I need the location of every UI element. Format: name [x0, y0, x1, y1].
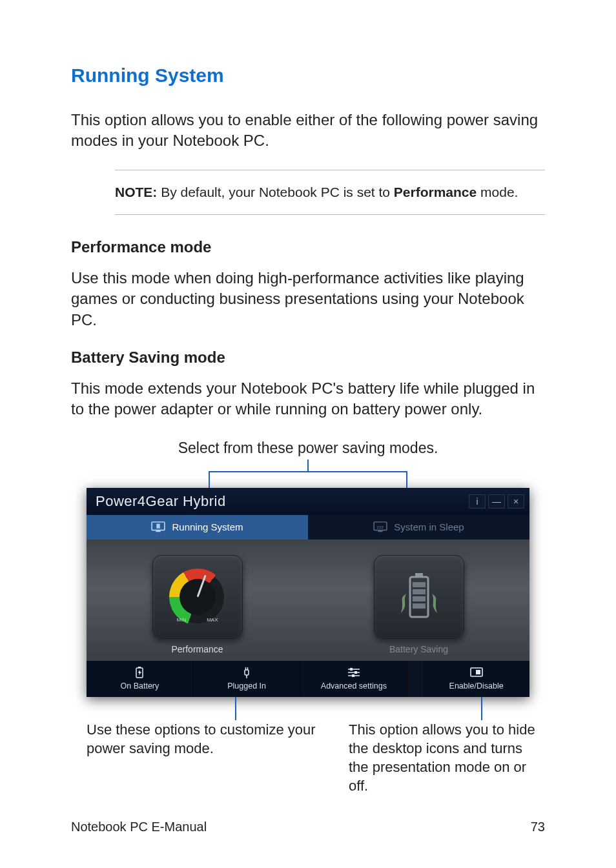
annot-left: Use these options to customize your powe…	[87, 720, 325, 795]
info-button[interactable]: i	[469, 494, 486, 509]
mode-battery-label: Battery Saving	[389, 644, 448, 654]
svg-rect-1	[157, 523, 160, 528]
svg-rect-14	[245, 670, 249, 675]
batt-heading: Battery Saving mode	[71, 348, 545, 367]
on-battery-button[interactable]: On Battery	[87, 661, 194, 697]
close-icon: ×	[513, 496, 518, 507]
close-button[interactable]: ×	[508, 494, 524, 509]
annot-leaders	[87, 697, 529, 720]
monitor-icon	[151, 521, 165, 533]
mode-battery-saving[interactable]: Battery Saving	[308, 540, 529, 661]
svg-rect-13	[138, 667, 141, 668]
battery-icon	[133, 666, 146, 679]
gauge-min: MIN	[177, 617, 187, 623]
mode-performance-label: Performance	[171, 644, 223, 654]
svg-rect-2	[156, 530, 161, 532]
svg-rect-8	[413, 582, 426, 587]
svg-rect-25	[476, 670, 480, 674]
footer-title: Notebook PC E-Manual	[71, 820, 207, 834]
toolbar-gap	[407, 661, 423, 697]
advanced-settings-button[interactable]: Advanced settings	[301, 661, 408, 697]
toolbar: On Battery Plugged In Advanced settings	[87, 661, 529, 697]
note-text-b: mode.	[477, 185, 518, 199]
svg-text:zzz: zzz	[377, 524, 384, 530]
note-text-a: By default, your Notebook PC is set to	[157, 185, 394, 199]
note-label: NOTE:	[115, 185, 157, 199]
performance-tile: MINMAX	[152, 555, 243, 639]
gauge-max: MAX	[207, 617, 218, 623]
page-number: 73	[531, 820, 545, 834]
callout-top: Select from these power saving modes.	[71, 439, 545, 457]
presentation-icon	[469, 666, 484, 679]
callout-leader	[71, 459, 545, 488]
note-strong: Performance	[394, 185, 477, 199]
annot-right: This option allows you to hide the deskt…	[349, 720, 545, 795]
titlebar: Power4Gear Hybrid i — ×	[87, 488, 529, 515]
perf-heading: Performance mode	[71, 238, 545, 256]
plugged-in-button[interactable]: Plugged In	[194, 661, 301, 697]
tab-sleep-label: System in Sleep	[394, 521, 464, 532]
tab-running-label: Running System	[172, 521, 243, 532]
enable-disable-label: Enable/Disable	[449, 681, 504, 691]
info-icon: i	[476, 496, 478, 507]
svg-rect-19	[350, 668, 353, 671]
tab-system-sleep[interactable]: zzz System in Sleep	[308, 515, 529, 540]
section-heading: Running System	[71, 65, 545, 86]
plug-icon	[240, 666, 253, 679]
battery-leaf-icon	[393, 568, 445, 626]
minimize-icon: —	[492, 496, 501, 507]
svg-rect-5	[378, 530, 383, 532]
sliders-icon	[347, 666, 361, 679]
minimize-button[interactable]: —	[488, 494, 505, 509]
batt-body: This mode extends your Notebook PC's bat…	[71, 378, 545, 420]
sleep-icon: zzz	[373, 521, 387, 533]
svg-rect-21	[354, 671, 357, 674]
app-title: Power4Gear Hybrid	[96, 493, 226, 510]
app-window: Power4Gear Hybrid i — × Running System z…	[87, 488, 529, 697]
tab-running-system[interactable]: Running System	[87, 515, 308, 540]
perf-body: Use this mode when doing high-performanc…	[71, 268, 545, 330]
advanced-settings-label: Advanced settings	[321, 681, 387, 691]
on-battery-label: On Battery	[121, 681, 159, 691]
svg-rect-11	[413, 603, 426, 609]
battery-tile	[374, 555, 464, 639]
section-intro: This option allows you to enable either …	[71, 110, 545, 152]
mode-performance[interactable]: MINMAX Performance	[87, 540, 308, 661]
gauge-icon: MINMAX	[165, 565, 230, 629]
enable-disable-button[interactable]: Enable/Disable	[423, 661, 529, 697]
tab-bar: Running System zzz System in Sleep	[87, 515, 529, 540]
plugged-in-label: Plugged In	[227, 681, 266, 691]
svg-rect-23	[352, 674, 354, 677]
svg-rect-10	[413, 596, 426, 601]
modes-area: MINMAX Performance	[87, 540, 529, 661]
note-box: NOTE: By default, your Notebook PC is se…	[115, 170, 545, 215]
svg-rect-9	[413, 589, 426, 594]
